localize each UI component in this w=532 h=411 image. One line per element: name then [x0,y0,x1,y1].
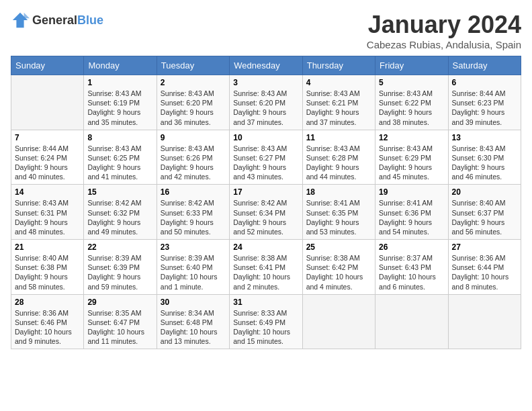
day-info: Sunrise: 8:43 AMSunset: 6:29 PMDaylight:… [379,144,444,182]
day-number: 27 [452,242,517,252]
day-info: Sunrise: 8:42 AMSunset: 6:34 PMDaylight:… [233,198,298,236]
day-info: Sunrise: 8:41 AMSunset: 6:36 PMDaylight:… [379,198,444,236]
calendar-cell: 21Sunrise: 8:40 AMSunset: 6:38 PMDayligh… [11,240,84,295]
day-info: Sunrise: 8:43 AMSunset: 6:20 PMDaylight:… [161,89,226,127]
calendar-cell: 16Sunrise: 8:42 AMSunset: 6:33 PMDayligh… [157,185,229,240]
svg-marker-1 [24,13,30,18]
header-wednesday: Wednesday [230,56,302,75]
calendar-table: SundayMondayTuesdayWednesdayThursdayFrid… [11,56,521,349]
calendar-cell: 14Sunrise: 8:43 AMSunset: 6:31 PMDayligh… [11,185,84,240]
day-number: 6 [452,78,517,87]
calendar-cell: 25Sunrise: 8:38 AMSunset: 6:42 PMDayligh… [302,240,375,295]
calendar-cell: 11Sunrise: 8:43 AMSunset: 6:28 PMDayligh… [302,130,375,185]
calendar-cell: 18Sunrise: 8:41 AMSunset: 6:35 PMDayligh… [302,185,375,240]
header-monday: Monday [84,56,157,75]
calendar-cell [375,294,448,349]
calendar-cell: 5Sunrise: 8:43 AMSunset: 6:22 PMDaylight… [375,75,448,130]
day-info: Sunrise: 8:43 AMSunset: 6:21 PMDaylight:… [306,89,371,127]
calendar-cell: 8Sunrise: 8:43 AMSunset: 6:25 PMDaylight… [84,130,157,185]
day-number: 21 [15,242,80,252]
header-thursday: Thursday [302,56,375,75]
day-number: 29 [87,298,152,307]
calendar-cell: 6Sunrise: 8:44 AMSunset: 6:23 PMDaylight… [448,75,521,130]
calendar-cell: 15Sunrise: 8:42 AMSunset: 6:32 PMDayligh… [84,185,157,240]
calendar-cell: 10Sunrise: 8:43 AMSunset: 6:27 PMDayligh… [230,130,302,185]
day-info: Sunrise: 8:43 AMSunset: 6:30 PMDaylight:… [452,144,517,182]
day-number: 2 [161,78,226,87]
day-number: 23 [161,242,226,252]
day-number: 5 [379,78,444,87]
logo: GeneralBlue [11,11,103,30]
calendar-cell: 23Sunrise: 8:39 AMSunset: 6:40 PMDayligh… [157,240,229,295]
calendar-cell: 20Sunrise: 8:40 AMSunset: 6:37 PMDayligh… [448,185,521,240]
day-number: 7 [15,133,80,142]
calendar-cell: 27Sunrise: 8:36 AMSunset: 6:44 PMDayligh… [448,240,521,295]
day-info: Sunrise: 8:44 AMSunset: 6:24 PMDaylight:… [15,144,80,182]
day-number: 17 [233,187,298,197]
day-info: Sunrise: 8:44 AMSunset: 6:23 PMDaylight:… [452,89,517,127]
calendar-cell: 2Sunrise: 8:43 AMSunset: 6:20 PMDaylight… [157,75,229,130]
day-info: Sunrise: 8:42 AMSunset: 6:33 PMDaylight:… [161,198,226,236]
logo-blue-text: Blue [77,13,103,27]
day-number: 8 [87,133,152,142]
calendar-cell [302,294,375,349]
calendar-header-row: SundayMondayTuesdayWednesdayThursdayFrid… [11,56,521,75]
day-number: 31 [233,298,298,307]
calendar-cell: 1Sunrise: 8:43 AMSunset: 6:19 PMDaylight… [84,75,157,130]
day-info: Sunrise: 8:34 AMSunset: 6:48 PMDaylight:… [161,308,226,347]
calendar-week-5: 28Sunrise: 8:36 AMSunset: 6:46 PMDayligh… [11,294,521,349]
location-text: Cabezas Rubias, Andalusia, Spain [367,39,521,50]
day-number: 3 [233,78,298,87]
calendar-cell: 30Sunrise: 8:34 AMSunset: 6:48 PMDayligh… [157,294,229,349]
day-number: 20 [452,187,517,197]
calendar-cell: 28Sunrise: 8:36 AMSunset: 6:46 PMDayligh… [11,294,84,349]
calendar-week-1: 1Sunrise: 8:43 AMSunset: 6:19 PMDaylight… [11,75,521,130]
month-title: January 2024 [367,11,521,39]
calendar-week-3: 14Sunrise: 8:43 AMSunset: 6:31 PMDayligh… [11,185,521,240]
day-number: 10 [233,133,298,142]
day-number: 28 [15,298,80,307]
title-area: January 2024 Cabezas Rubias, Andalusia, … [367,11,521,50]
day-number: 30 [161,298,226,307]
day-info: Sunrise: 8:43 AMSunset: 6:25 PMDaylight:… [87,144,152,182]
calendar-cell: 7Sunrise: 8:44 AMSunset: 6:24 PMDaylight… [11,130,84,185]
logo-icon [11,11,30,30]
day-info: Sunrise: 8:41 AMSunset: 6:35 PMDaylight:… [306,198,371,236]
day-number: 11 [306,133,371,142]
day-info: Sunrise: 8:42 AMSunset: 6:32 PMDaylight:… [87,198,152,236]
header-sunday: Sunday [11,56,84,75]
day-info: Sunrise: 8:43 AMSunset: 6:26 PMDaylight:… [161,144,226,182]
day-info: Sunrise: 8:36 AMSunset: 6:44 PMDaylight:… [452,253,517,291]
day-info: Sunrise: 8:36 AMSunset: 6:46 PMDaylight:… [15,308,80,347]
day-info: Sunrise: 8:43 AMSunset: 6:28 PMDaylight:… [306,144,371,182]
day-info: Sunrise: 8:43 AMSunset: 6:31 PMDaylight:… [15,198,80,236]
day-info: Sunrise: 8:40 AMSunset: 6:37 PMDaylight:… [452,198,517,236]
calendar-cell: 24Sunrise: 8:38 AMSunset: 6:41 PMDayligh… [230,240,302,295]
day-info: Sunrise: 8:39 AMSunset: 6:40 PMDaylight:… [161,253,226,291]
calendar-cell: 17Sunrise: 8:42 AMSunset: 6:34 PMDayligh… [230,185,302,240]
day-info: Sunrise: 8:37 AMSunset: 6:43 PMDaylight:… [379,253,444,291]
calendar-week-2: 7Sunrise: 8:44 AMSunset: 6:24 PMDaylight… [11,130,521,185]
day-number: 19 [379,187,444,197]
calendar-cell: 26Sunrise: 8:37 AMSunset: 6:43 PMDayligh… [375,240,448,295]
day-number: 16 [161,187,226,197]
calendar-cell: 3Sunrise: 8:43 AMSunset: 6:20 PMDaylight… [230,75,302,130]
day-number: 14 [15,187,80,197]
day-number: 15 [87,187,152,197]
calendar-cell [448,294,521,349]
calendar-cell: 9Sunrise: 8:43 AMSunset: 6:26 PMDaylight… [157,130,229,185]
day-number: 4 [306,78,371,87]
calendar-cell: 19Sunrise: 8:41 AMSunset: 6:36 PMDayligh… [375,185,448,240]
day-info: Sunrise: 8:39 AMSunset: 6:39 PMDaylight:… [87,253,152,291]
day-number: 12 [379,133,444,142]
day-number: 26 [379,242,444,252]
header-friday: Friday [375,56,448,75]
day-info: Sunrise: 8:35 AMSunset: 6:47 PMDaylight:… [87,308,152,347]
calendar-cell: 4Sunrise: 8:43 AMSunset: 6:21 PMDaylight… [302,75,375,130]
day-number: 24 [233,242,298,252]
day-info: Sunrise: 8:43 AMSunset: 6:19 PMDaylight:… [87,89,152,127]
day-info: Sunrise: 8:33 AMSunset: 6:49 PMDaylight:… [233,308,298,347]
calendar-cell [11,75,84,130]
day-info: Sunrise: 8:43 AMSunset: 6:22 PMDaylight:… [379,89,444,127]
day-info: Sunrise: 8:40 AMSunset: 6:38 PMDaylight:… [15,253,80,291]
